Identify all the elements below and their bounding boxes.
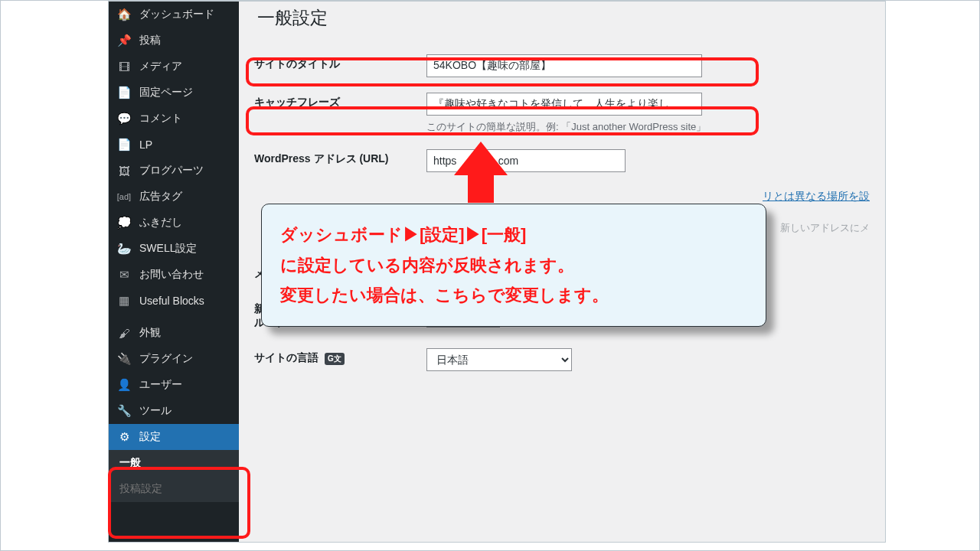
wrench-icon: 🔧 [116,404,132,418]
media-icon: 🎞 [116,60,132,73]
page-title: 一般設定 [257,6,870,30]
sidebar-item-label: ダッシュボード [139,8,214,21]
sidebar-item-appearance[interactable]: 🖌外観 [109,320,239,346]
sidebar-item-usefulblocks[interactable]: ▦Useful Blocks [109,288,239,314]
adtag-icon: [ad] [116,192,132,201]
sidebar-sub-general[interactable]: 一般 [109,450,239,476]
sidebar-item-label: ユーザー [139,378,182,392]
mail-icon: ✉ [116,268,132,282]
arrow-stem-icon [468,172,494,203]
admin-sidebar: 🏠ダッシュボード 📌投稿 🎞メディア 📄固定ページ 💬コメント 📄LP 🖼ブログ… [109,2,239,542]
pin-icon: 📌 [116,34,132,47]
annotation-callout: ダッシュボード▶[設定]▶[一般] に設定している内容が反映されます。 変更した… [261,204,766,327]
sidebar-item-blogparts[interactable]: 🖼ブログパーツ [109,158,239,184]
sidebar-item-comments[interactable]: 💬コメント [109,106,239,132]
speech-icon: 💭 [116,216,132,230]
sidebar-item-label: プラグイン [139,352,193,366]
blogparts-icon: 🖼 [116,165,132,178]
sidebar-item-dashboard[interactable]: 🏠ダッシュボード [109,2,239,28]
sidebar-item-lp[interactable]: 📄LP [109,132,239,158]
sidebar-item-contact[interactable]: ✉お問い合わせ [109,262,239,288]
sidebar-item-label: LP [139,139,152,151]
sidebar-item-label: 固定ページ [139,86,193,99]
sidebar-item-plugins[interactable]: 🔌プラグイン [109,346,239,372]
callout-line-3: 変更したい場合は、こちらで変更します。 [280,280,747,311]
settings-icon: ⚙ [116,430,132,444]
sidebar-item-label: ツール [139,404,172,418]
note-text: 新しいアドレスにメ [780,222,870,233]
callout-line-1: ダッシュボード▶[設定]▶[一般] [280,220,747,250]
sidebar-item-label: 投稿 [139,34,161,47]
app-frame: 🏠ダッシュボード 📌投稿 🎞メディア 📄固定ページ 💬コメント 📄LP 🖼ブログ… [0,0,980,551]
brush-icon: 🖌 [116,327,132,340]
help-link[interactable]: リとは異なる場所を設 [763,190,870,202]
sidebar-item-label: 外観 [139,326,161,340]
callout-line-2: に設定している内容が反映されます。 [280,250,747,281]
sidebar-item-settings[interactable]: ⚙設定 [109,424,239,450]
sidebar-item-media[interactable]: 🎞メディア [109,54,239,80]
site-title-label: サイトのタイトル [254,47,426,85]
sidebar-item-adtag[interactable]: [ad]広告タグ [109,184,239,210]
tagline-label: キャッチフレーズ [254,85,426,142]
sidebar-item-fukidashi[interactable]: 💭ふきだし [109,210,239,236]
sidebar-item-label: 広告タグ [139,190,182,204]
sidebar-sub-writing[interactable]: 投稿設定 [109,476,239,502]
tagline-desc: このサイトの簡単な説明。例: 「Just another WordPress s… [426,120,870,134]
sidebar-item-pages[interactable]: 📄固定ページ [109,80,239,106]
sidebar-item-label: コメント [139,112,182,126]
sidebar-item-label: 設定 [139,430,161,444]
translate-icon: G文 [325,353,345,365]
blocks-icon: ▦ [116,294,132,308]
arrow-head-icon [454,142,508,175]
page-icon: 📄 [116,86,132,99]
sidebar-item-label: SWELL設定 [139,242,197,256]
sidebar-item-users[interactable]: 👤ユーザー [109,372,239,398]
tagline-input[interactable] [426,93,702,116]
lp-icon: 📄 [116,138,132,152]
sidebar-item-label: Useful Blocks [139,295,204,307]
comment-icon: 💬 [116,112,132,126]
sidebar-item-swell[interactable]: 🦢SWELL設定 [109,236,239,262]
sidebar-item-label: ブログパーツ [139,164,204,178]
sidebar-item-posts[interactable]: 📌投稿 [109,28,239,54]
plugin-icon: 🔌 [116,352,132,366]
dashboard-icon: 🏠 [116,8,132,21]
sidebar-item-label: お問い合わせ [139,268,204,282]
user-icon: 👤 [116,378,132,392]
site-title-input[interactable] [426,54,702,77]
sidebar-item-tools[interactable]: 🔧ツール [109,398,239,424]
wp-url-label: WordPress アドレス (URL) [254,142,426,180]
sidebar-item-label: ふきだし [139,216,182,230]
site-lang-label: サイトの言語 G文 [254,341,426,379]
annotation-arrow [454,142,508,210]
site-lang-select[interactable]: 日本語 [426,348,572,371]
sidebar-item-label: メディア [139,60,182,73]
swell-icon: 🦢 [116,242,132,256]
